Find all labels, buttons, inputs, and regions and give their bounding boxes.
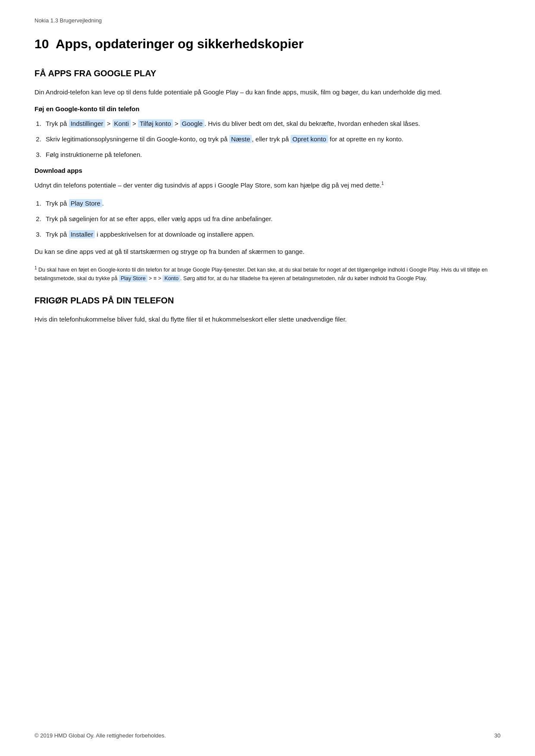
copyright-text: © 2019 HMD Global Oy. Alle rettigheder f… [34, 732, 166, 739]
step-text: Følg instruktionerne på telefonen. [46, 151, 142, 158]
list-item: Tryk på søgelinjen for at se efter apps,… [43, 214, 501, 224]
step-text: Tryk på Play Store. [46, 199, 104, 207]
step-text: Tryk på søgelinjen for at se efter apps,… [46, 215, 272, 222]
section-google-play: FÅ APPS FRA GOOGLE PLAY Din Android-tele… [34, 69, 501, 283]
footnote-ref-1: 1 [382, 181, 384, 186]
subsection-download-apps: Download apps Udnyt din telefons potenti… [34, 167, 501, 257]
section-free-space-title: FRIGØR PLADS PÅ DIN TELEFON [34, 296, 501, 306]
highlight-google: Google [180, 119, 204, 128]
highlight-konti: Konti [113, 119, 131, 128]
google-account-steps: Tryk på Indstillinger > Konti > Tilføj k… [43, 119, 501, 160]
section-google-play-intro: Din Android-telefon kan leve op til dens… [34, 87, 501, 97]
highlight-opret-konto: Opret konto [291, 135, 328, 143]
page-number: 30 [494, 732, 501, 739]
highlight-naeste: Næste [229, 135, 252, 143]
step-text: Tryk på Indstillinger > Konti > Tilføj k… [46, 119, 420, 128]
download-apps-steps: Tryk på Play Store. Tryk på søgelinjen f… [43, 198, 501, 240]
after-steps-text: Du kan se dine apps ved at gå til starts… [34, 247, 501, 257]
subsection-download-apps-title: Download apps [34, 167, 501, 174]
footnote-section: 1 Du skal have en føjet en Google-konto … [34, 265, 501, 283]
list-item: Tryk på Indstillinger > Konti > Tilføj k… [43, 119, 501, 129]
section-free-space: FRIGØR PLADS PÅ DIN TELEFON Hvis din tel… [34, 296, 501, 325]
footnote-number: 1 [34, 266, 37, 270]
list-item: Tryk på Installer i appbeskrivelsen for … [43, 229, 501, 240]
section-free-space-intro: Hvis din telefonhukommelse bliver fuld, … [34, 314, 501, 325]
chapter-title-text: Apps, opdateringer og sikkerhedskopier [56, 37, 303, 51]
footnote-text: 1 Du skal have en føjet en Google-konto … [34, 265, 501, 283]
highlight-konto-footnote: Konto [163, 275, 180, 282]
page-footer: © 2019 HMD Global Oy. Alle rettigheder f… [34, 732, 501, 739]
section-google-play-title: FÅ APPS FRA GOOGLE PLAY [34, 69, 501, 78]
chapter-title: 10 Apps, opdateringer og sikkerhedskopie… [34, 37, 501, 53]
chapter-number: 10 [34, 37, 49, 51]
highlight-tilfoej-konto: Tilføj konto [138, 119, 173, 128]
header-meta: Nokia 1.3 Brugervejledning [34, 17, 501, 24]
step-text: Skriv legitimationsoplysningerne til din… [46, 135, 404, 143]
subsection-google-account-title: Føj en Google-konto til din telefon [34, 105, 501, 112]
highlight-installer: Installer [69, 230, 95, 238]
subsection-google-account: Føj en Google-konto til din telefon Tryk… [34, 105, 501, 160]
list-item: Skriv legitimationsoplysningerne til din… [43, 134, 501, 144]
highlight-play-store: Play Store [69, 199, 102, 207]
step-text: Tryk på Installer i appbeskrivelsen for … [46, 230, 254, 238]
list-item: Tryk på Play Store. [43, 198, 501, 209]
highlight-indstillinger: Indstillinger [69, 119, 105, 128]
download-apps-intro: Udnyt din telefons potentiale – der vent… [34, 180, 501, 191]
highlight-play-store-footnote: Play Store [119, 275, 147, 282]
list-item: Følg instruktionerne på telefonen. [43, 150, 501, 160]
